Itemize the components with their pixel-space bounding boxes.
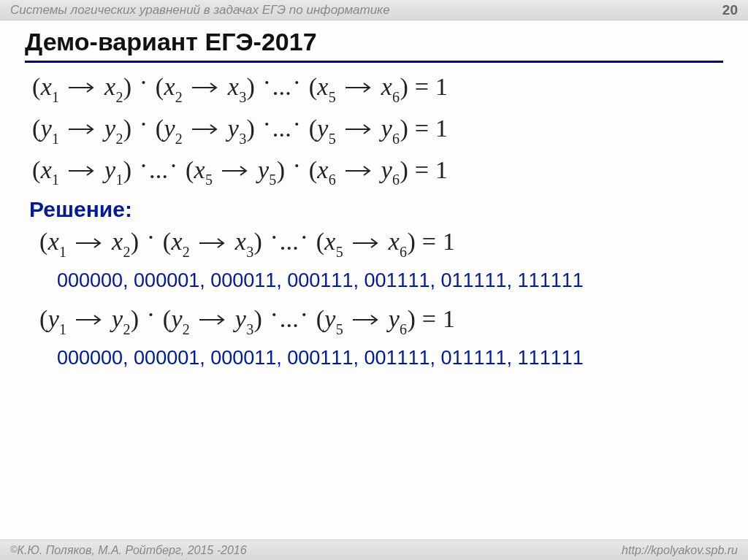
arrow-icon [69,124,95,134]
slide-title: Демо-вариант ЕГЭ-2017 [25,28,723,56]
solution-equation-2: (y1 y2) · (y2 y3) ·...· (y5 y6) = 1 [39,305,723,337]
arrow-icon [76,315,102,325]
arrow-icon [69,83,95,93]
solution-answers-2: 000000, 000001, 000011, 000111, 001111, … [57,347,723,369]
arrow-icon [222,166,248,176]
solution-answers-1: 000000, 000001, 000011, 000111, 001111, … [57,269,723,292]
arrow-icon [199,315,226,325]
arrow-icon [346,124,372,134]
footer-authors: ©К.Ю. Поляков, М.А. Ройтберг, 2015 -2016 [10,544,247,557]
footer-url: http://kpolyakov.spb.ru [622,544,738,557]
title-underline [25,61,723,63]
arrow-icon [346,83,372,93]
arrow-icon [199,238,226,248]
equation-3: (x1 y1) ·...· (x5 y5) · (x6 y6) = 1 [32,156,723,188]
header-bar: Системы логических уравнений в задачах Е… [0,0,748,20]
arrow-icon [192,124,218,134]
footer-bar: ©К.Ю. Поляков, М.А. Ройтберг, 2015 -2016… [0,540,748,560]
arrow-icon [353,238,379,248]
solution-equation-1: (x1 x2) · (x2 x3) ·...· (x5 x6) = 1 [39,228,723,259]
arrow-icon [69,166,95,176]
slide-content: Демо-вариант ЕГЭ-2017 (x1 x2) · (x2 x3) … [0,20,748,369]
arrow-icon [192,83,218,93]
arrow-icon [76,238,102,248]
arrow-icon [346,166,372,176]
equation-1: (x1 x2) · (x2 x3) ·...· (x5 x6) = 1 [32,73,723,104]
page-number: 20 [722,2,738,18]
topic-text: Системы логических уравнений в задачах Е… [10,3,390,18]
solution-label: Решение: [29,197,723,222]
arrow-icon [353,315,379,325]
equation-2: (y1 y2) · (y2 y3) ·...· (y5 y6) = 1 [32,115,723,146]
